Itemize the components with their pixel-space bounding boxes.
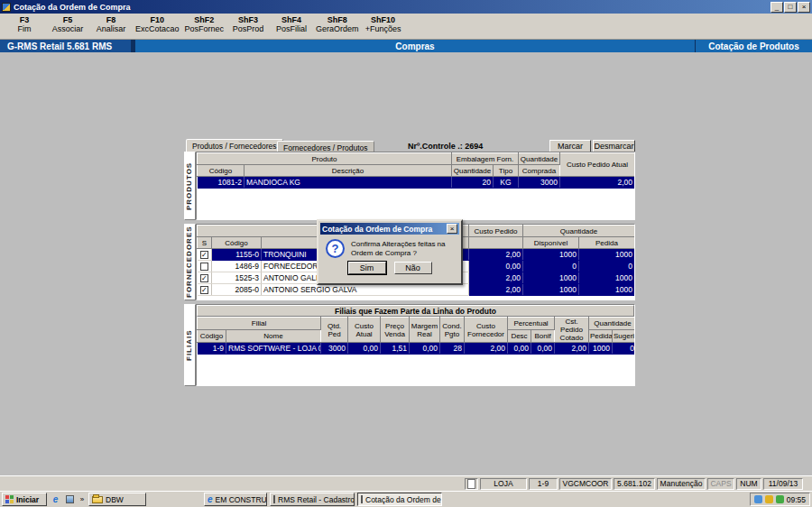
supplier-checkbox[interactable]: ✓: [200, 274, 208, 282]
fkey-action: ExcCotacao: [135, 24, 180, 33]
col-header-custo-atual: Custo Atual: [348, 318, 381, 343]
marcar-button[interactable]: Marcar: [549, 140, 591, 152]
dbw-task-button[interactable]: DBW: [88, 493, 146, 506]
toolbar-button-associar[interactable]: F5Associar: [49, 15, 87, 39]
start-button[interactable]: Iniciar: [2, 493, 47, 506]
fornecedor-row[interactable]: ✓ 2085-0 ANTONIO SERGIO GALVA 2,00 1000 …: [198, 284, 635, 296]
cell-comprada: 3000: [519, 177, 560, 189]
controle-number: Nrº.Controle .: 2694: [408, 142, 483, 151]
produto-row[interactable]: 1081-2 MANDIOCA KG 20 KG 3000 2,00: [198, 177, 635, 189]
supplier-checkbox[interactable]: ✓: [200, 286, 208, 294]
col-header-preco-venda: Preço Venda: [381, 318, 410, 343]
window-titlebar[interactable]: Cotação da Ordem de Compra _ □ ×: [0, 0, 812, 14]
fkey-action: PosFilial: [272, 24, 310, 33]
sim-button[interactable]: Sim: [348, 262, 386, 274]
cell-select: ✓: [198, 249, 212, 261]
supplier-checkbox[interactable]: [200, 263, 208, 271]
tray-icon-green[interactable]: [776, 495, 784, 503]
toolbar-button-fim[interactable]: F3Fim: [5, 15, 43, 39]
ie-icon: e: [208, 494, 213, 504]
fkey-action: +Funções: [364, 24, 402, 33]
toolbar-button-posfornec[interactable]: ShF2PosFornec: [185, 15, 225, 39]
cell-custo: 2,00: [469, 272, 523, 284]
quicklaunch-ie-icon[interactable]: e: [50, 493, 61, 505]
tray-icon-blue[interactable]: [754, 495, 762, 503]
dialog-titlebar[interactable]: Cotação da Ordem de Compra ×: [320, 223, 459, 235]
quicklaunch-desktop-icon[interactable]: [64, 493, 76, 505]
filiais-table: Filiais que Fazem Parte da Linha do Prod…: [196, 304, 635, 386]
toolbar-button-funcoes[interactable]: ShF10+Funções: [364, 15, 402, 39]
statusbar-caps: CAPS: [707, 478, 734, 490]
col-header-blank: [469, 237, 523, 249]
col-header-codigo: Código: [198, 330, 226, 343]
tab-produtos-fornecedores[interactable]: Produtos / Fornecedores: [186, 139, 283, 152]
tray-icon-yellow[interactable]: [765, 495, 773, 503]
toolbar-button-geraordem[interactable]: ShF8GeraOrdem: [316, 15, 359, 39]
col-header-quantidade: Quantidade: [519, 153, 560, 165]
filial-row[interactable]: 1-9 RMS SOFTWARE - LOJA 01 3000 0,00 1,5…: [198, 343, 636, 355]
document-icon: [467, 479, 475, 489]
empty-cell: [198, 296, 635, 301]
close-button[interactable]: ×: [798, 2, 810, 13]
col-header-comprada: Comprada: [519, 165, 560, 177]
nao-button[interactable]: Não: [394, 262, 432, 274]
dialog-close-icon[interactable]: ×: [447, 224, 457, 234]
fkey-label: F8: [92, 15, 130, 24]
cell-disponivel: 1000: [523, 249, 579, 261]
empty-row: [198, 200, 635, 212]
cell-nome: RMS SOFTWARE - LOJA 01: [226, 343, 321, 355]
quicklaunch-chevron-icon[interactable]: »: [78, 493, 86, 505]
statusbar-usuario: VGCMCOOR: [559, 478, 612, 490]
cell-pedida: 1000: [579, 284, 635, 296]
dialog-message: Confirma Alterações feitas na Ordem de C…: [351, 240, 454, 258]
fkey-action: Associar: [49, 24, 87, 33]
task-button-cotacao[interactable]: Cotação da Ordem de C...: [357, 493, 442, 506]
toolbar-button-exccotacao[interactable]: F10ExcCotacao: [135, 15, 180, 39]
col-header-embalagem: Embalagem Forn.: [452, 153, 519, 165]
empty-row: [198, 355, 636, 366]
col-header-bonif: Bonif: [531, 330, 555, 343]
cell-codigo: 1525-3: [212, 272, 262, 284]
supplier-checkbox[interactable]: ✓: [200, 251, 208, 259]
statusbar-data: 11/09/13: [763, 478, 803, 490]
taskbar: Iniciar e » DBW e EM CONSTRUÇÃO_RMS ... …: [0, 491, 812, 507]
cell-select: ✓: [198, 284, 212, 296]
cell-codigo: 1155-0: [212, 249, 262, 261]
col-header-margem-real: Margem Real: [410, 318, 440, 343]
desktop-icon: [66, 495, 74, 503]
empty-cell: [198, 366, 636, 378]
system-tray: 09:55: [750, 493, 810, 506]
cell-custo-atual: 0,00: [348, 343, 381, 355]
empty-row: [198, 189, 635, 200]
task-button-rms-retail[interactable]: RMS Retail - Cadastro / ...: [270, 493, 355, 506]
fkey-label: ShF8: [316, 15, 359, 24]
cell-pedida: 1000: [589, 343, 613, 355]
col-header-desc: Desc: [508, 330, 531, 343]
dialog-title: Cotação da Ordem de Compra: [322, 225, 447, 234]
col-header-descricao: Descrição: [245, 165, 452, 177]
maximize-button[interactable]: □: [784, 2, 797, 13]
cell-disponivel: 1000: [523, 272, 579, 284]
filiais-title: Filiais que Fazem Parte da Linha do Prod…: [197, 305, 634, 317]
ie-glyph: e: [53, 494, 59, 504]
empty-cell: [198, 189, 635, 200]
col-header-cond-pgto: Cond. Pgto: [440, 318, 465, 343]
task-label: Cotação da Ordem de C...: [365, 495, 442, 504]
app-banner: G-RMS Retail 5.681 RMS Compras Cotação d…: [0, 40, 812, 52]
fkey-label: ShF3: [229, 15, 267, 24]
toolbar-button-posprod[interactable]: ShF3PosProd: [229, 15, 267, 39]
toolbar-button-posfilial[interactable]: ShF4PosFilial: [272, 15, 310, 39]
minimize-button[interactable]: _: [770, 2, 783, 13]
cell-tipo: KG: [494, 177, 519, 189]
col-header-codigo: Código: [212, 237, 262, 249]
cell-codigo: 1-9: [198, 343, 226, 355]
col-header-custo-fornecedor: Custo Fornecedor: [465, 318, 508, 343]
cell-select: [198, 261, 212, 272]
col-header-cst-pedido-cotado: Cst. Pedido Cotado: [555, 318, 589, 343]
cell-disponivel: 1000: [523, 284, 579, 296]
fkey-label: ShF4: [272, 15, 310, 24]
desmarcar-button[interactable]: Desmarcar: [593, 140, 635, 152]
task-button-em-construcao[interactable]: e EM CONSTRUÇÃO_RMS ...: [204, 493, 267, 506]
toolbar-button-analisar[interactable]: F8Analisar: [92, 15, 130, 39]
cell-disponivel: 0: [523, 261, 579, 272]
